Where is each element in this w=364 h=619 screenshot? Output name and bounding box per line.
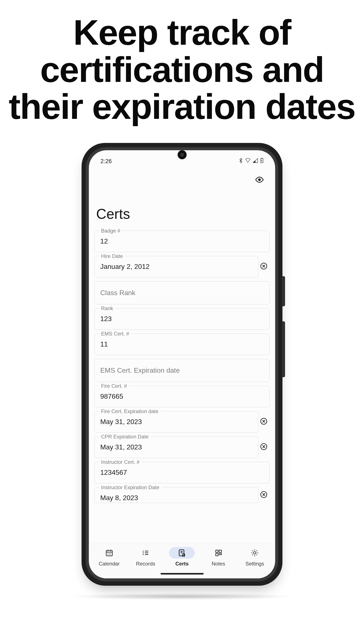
svg-point-13 (110, 553, 111, 554)
gesture-bar[interactable] (89, 569, 275, 578)
phone-shadow (68, 593, 296, 600)
svg-point-31 (253, 551, 256, 554)
grid-icon (214, 549, 222, 557)
class-rank-field[interactable]: Class Rank (95, 281, 270, 304)
ems-cert-number-field[interactable]: EMS Cert. # 11 (95, 334, 270, 355)
fire-cert-expiration-field[interactable]: Fire Cert. Expiration date May 31, 2023 (95, 411, 258, 433)
svg-point-19 (143, 554, 144, 555)
field-value: 1234567 (100, 469, 264, 477)
list-icon (142, 549, 150, 557)
field-label: Hire Date (99, 253, 125, 259)
fire-cert-number-field[interactable]: Fire Cert. # 987665 (95, 386, 270, 407)
field-value: 12 (100, 237, 264, 245)
svg-rect-28 (219, 550, 222, 552)
svg-point-15 (109, 555, 110, 555)
ems-cert-expiration-field[interactable]: EMS Cert. Expiration date (95, 359, 270, 382)
field-value: 987665 (100, 393, 264, 400)
signal-icon (253, 158, 258, 164)
clear-instructor-expiration-button[interactable] (260, 491, 269, 500)
close-circle-icon (260, 262, 267, 270)
field-value: May 8, 2023 (100, 494, 253, 502)
status-icons (239, 158, 264, 164)
phone-camera (178, 150, 186, 159)
bluetooth-icon (239, 158, 243, 164)
hire-date-field[interactable]: Hire Date January 2, 2012 (95, 256, 258, 278)
nav-label: Settings (245, 561, 264, 567)
close-circle-icon (260, 491, 267, 498)
field-value: 123 (100, 315, 264, 323)
eye-icon (255, 175, 264, 184)
close-circle-icon (260, 443, 267, 450)
page-title: Certs (95, 187, 270, 231)
cpr-expiration-field[interactable]: CPR Expiration Date May 31, 2023 (95, 436, 258, 458)
clear-fire-expiration-button[interactable] (260, 418, 269, 426)
calendar-icon (105, 549, 113, 557)
phone-frame: 2:26 (82, 143, 282, 586)
field-label: Instructor Cert. # (99, 459, 142, 465)
wifi-icon (245, 158, 251, 164)
field-value: 11 (100, 340, 264, 348)
status-time: 2:26 (100, 158, 112, 165)
nav-label: Notes (212, 561, 225, 567)
phone-side-button (282, 276, 285, 306)
field-placeholder: Class Rank (100, 289, 136, 297)
gear-icon (251, 549, 259, 557)
svg-point-2 (258, 178, 261, 181)
certificate-icon (178, 549, 186, 557)
clear-hire-date-button[interactable] (260, 262, 269, 271)
bottom-nav: Calendar Records Certs (89, 544, 275, 569)
field-label: Fire Cert. # (99, 383, 129, 389)
svg-point-16 (110, 555, 111, 555)
svg-rect-30 (219, 553, 222, 555)
nav-label: Records (136, 561, 155, 567)
nav-calendar[interactable]: Calendar (92, 547, 126, 567)
promo-headline: Keep track of certifications and their e… (0, 0, 364, 125)
svg-rect-27 (216, 550, 218, 552)
field-label: Badge # (99, 228, 123, 234)
nav-certs[interactable]: Certs (165, 547, 199, 567)
field-label: Rank (99, 305, 115, 311)
field-label: Fire Cert. Expiration date (99, 408, 161, 414)
svg-rect-1 (261, 158, 262, 158)
instructor-cert-number-field[interactable]: Instructor Cert. # 1234567 (95, 462, 270, 483)
nav-label: Certs (175, 561, 188, 567)
visibility-toggle-button[interactable] (254, 174, 265, 185)
field-value: January 2, 2012 (100, 263, 253, 271)
certs-form: Certs Badge # 12 Hire Date January 2, 20… (89, 187, 275, 544)
svg-point-14 (107, 555, 108, 555)
phone-side-button (282, 321, 285, 377)
svg-point-17 (143, 551, 144, 552)
rank-field[interactable]: Rank 123 (95, 308, 270, 330)
clear-cpr-expiration-button[interactable] (260, 443, 269, 451)
svg-rect-29 (216, 553, 218, 556)
badge-number-field[interactable]: Badge # 12 (95, 231, 270, 252)
nav-records[interactable]: Records (128, 547, 163, 567)
field-label: Instructor Expiration Date (99, 484, 162, 491)
nav-notes[interactable]: Notes (201, 547, 236, 567)
battery-icon (260, 158, 264, 164)
field-placeholder: EMS Cert. Expiration date (100, 366, 180, 374)
nav-label: Calendar (99, 561, 119, 567)
svg-point-12 (109, 553, 110, 554)
close-circle-icon (260, 418, 267, 425)
svg-point-18 (143, 552, 144, 553)
field-label: EMS Cert. # (99, 331, 131, 337)
field-label: CPR Expiration Date (99, 434, 151, 440)
instructor-expiration-field[interactable]: Instructor Expiration Date May 8, 2023 (95, 487, 258, 503)
svg-point-11 (107, 553, 108, 554)
field-value: May 31, 2023 (100, 418, 253, 426)
nav-settings[interactable]: Settings (238, 547, 272, 567)
field-value: May 31, 2023 (100, 443, 253, 451)
